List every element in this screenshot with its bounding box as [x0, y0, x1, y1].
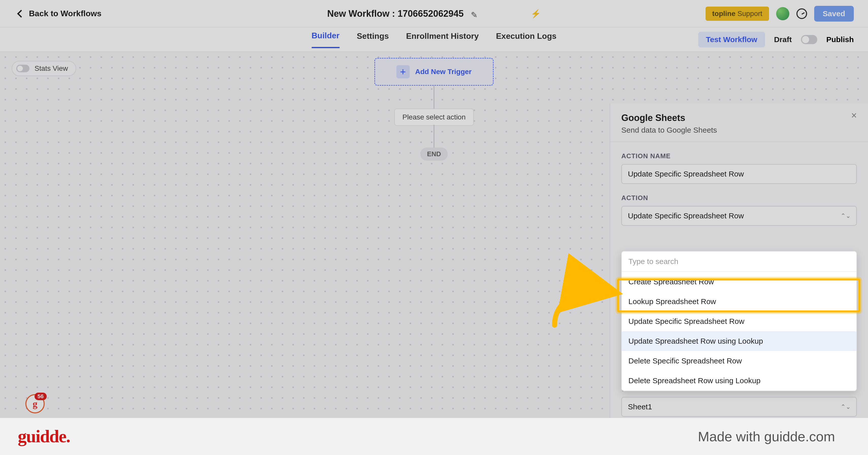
top-bar: Back to Workflows New Workflow : 1706652… — [0, 0, 868, 27]
option-delete-specific-row[interactable]: Delete Specific Spreadsheet Row — [622, 351, 856, 371]
support-button[interactable]: topline Support — [706, 7, 769, 21]
panel-title: Google Sheets — [621, 112, 717, 123]
panel-subtitle: Send data to Google Sheets — [621, 126, 717, 134]
stats-view-label: Stats View — [34, 64, 68, 72]
history-icon[interactable] — [797, 8, 807, 19]
back-label: Back to Workflows — [29, 9, 101, 18]
bolt-icon: ⚡ — [531, 9, 541, 19]
close-icon[interactable]: × — [851, 112, 857, 119]
tab-settings[interactable]: Settings — [357, 31, 389, 47]
title-wrap: New Workflow : 1706652062945 ⚡ — [327, 8, 541, 19]
option-update-specific-row[interactable]: Update Specific Spreadsheet Row — [622, 312, 856, 331]
draft-label: Draft — [774, 35, 792, 44]
footer: guidde. Made with guidde.com — [0, 418, 868, 455]
add-trigger-label: Add New Trigger — [415, 68, 471, 76]
label-action-name: ACTION NAME — [621, 152, 857, 160]
option-lookup-row[interactable]: Lookup Spreadsheet Row — [622, 292, 856, 312]
action-placeholder[interactable]: Please select action — [394, 108, 474, 126]
worksheet-select[interactable]: Sheet1 ⌃⌄ — [621, 397, 857, 417]
top-right: topline Support Saved — [706, 6, 854, 22]
chevron-updown-icon: ⌃⌄ — [841, 212, 851, 219]
chevron-left-icon — [17, 10, 25, 18]
publish-label: Publish — [826, 35, 854, 44]
plus-icon: + — [397, 65, 410, 78]
worksheet-value: Sheet1 — [628, 402, 652, 411]
panel-header: Google Sheets Send data to Google Sheets… — [610, 103, 868, 142]
action-name-input[interactable] — [621, 164, 857, 184]
add-trigger-button[interactable]: + Add New Trigger — [374, 58, 494, 86]
dropdown-search-input[interactable] — [622, 252, 856, 272]
option-create-row[interactable]: Create Spreadsheet Row — [622, 272, 856, 292]
end-node: END — [421, 148, 448, 161]
side-panel: Google Sheets Send data to Google Sheets… — [610, 103, 868, 418]
action-select[interactable]: Update Specific Spreadsheet Row ⌃⌄ — [621, 206, 857, 226]
back-button[interactable]: Back to Workflows — [18, 9, 101, 18]
action-select-value: Update Specific Spreadsheet Row — [628, 212, 744, 220]
saved-button[interactable]: Saved — [814, 6, 854, 22]
made-with-label: Made with guidde.com — [698, 429, 835, 444]
arrow-annotation — [550, 282, 616, 333]
tab-builder[interactable]: Builder — [312, 31, 340, 48]
notification-bubble[interactable]: g 56 — [25, 394, 45, 413]
option-update-row-lookup[interactable]: Update Spreadsheet Row using Lookup — [622, 331, 856, 351]
action-dropdown: Create Spreadsheet Row Lookup Spreadshee… — [621, 251, 857, 391]
workflow-title: New Workflow : 1706652062945 — [327, 8, 464, 19]
option-delete-row-lookup[interactable]: Delete Spreadsheet Row using Lookup — [622, 371, 856, 391]
publish-toggle[interactable] — [801, 35, 817, 44]
tab-bar: Builder Settings Enrollment History Exec… — [0, 27, 868, 52]
tab-execution-logs[interactable]: Execution Logs — [496, 31, 556, 47]
notification-count: 56 — [34, 393, 47, 400]
connector-line — [434, 86, 435, 108]
edit-icon[interactable] — [471, 10, 478, 17]
label-action: ACTION — [621, 194, 857, 202]
tabbar-right: Test Workflow Draft Publish — [698, 32, 854, 47]
avatar[interactable] — [776, 7, 789, 20]
guidde-logo: guidde. — [18, 426, 70, 447]
chevron-updown-icon: ⌃⌄ — [841, 403, 851, 410]
toggle-icon — [16, 65, 29, 72]
test-workflow-button[interactable]: Test Workflow — [698, 32, 765, 47]
tab-enrollment-history[interactable]: Enrollment History — [406, 31, 479, 47]
stats-view-toggle[interactable]: Stats View — [12, 61, 76, 76]
connector-line — [434, 125, 435, 148]
canvas[interactable]: Stats View + Add New Trigger Please sele… — [0, 52, 868, 418]
